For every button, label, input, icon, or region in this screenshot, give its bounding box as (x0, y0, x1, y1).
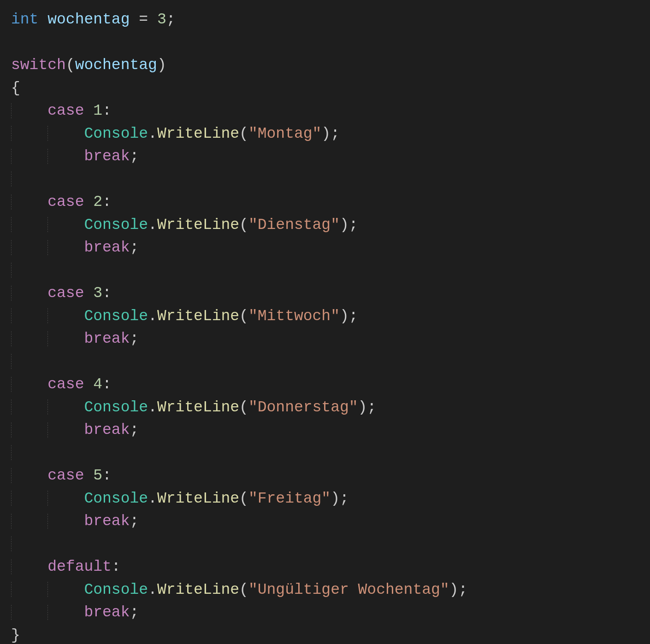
code-line: break; (11, 236, 639, 259)
indent-guide (47, 422, 48, 438)
indent-guide (47, 308, 48, 323)
keyword-switch: switch (11, 57, 66, 74)
indent-guide (47, 126, 48, 141)
method-writeline: WriteLine (157, 490, 239, 507)
number-literal: 5 (93, 467, 102, 484)
class-console: Console (84, 490, 148, 507)
number-literal: 1 (93, 102, 102, 119)
keyword-case: case (47, 102, 84, 119)
indent-guide (11, 536, 12, 551)
string-literal: "Freitag" (248, 490, 331, 507)
indent-guide (11, 103, 12, 118)
class-console: Console (84, 217, 148, 234)
method-writeline: WriteLine (157, 399, 239, 416)
keyword-default: default (47, 558, 112, 575)
code-line: Console.WriteLine("Ungültiger Wochentag"… (11, 579, 639, 602)
indent-guide (47, 582, 48, 597)
code-line: case 4: (11, 373, 639, 396)
code-line: case 2: (11, 191, 639, 214)
indent-guide (11, 422, 12, 438)
indent-guide (11, 491, 12, 506)
number-literal: 3 (93, 285, 102, 302)
indent-guide (11, 605, 12, 620)
keyword-break: break (84, 239, 130, 256)
keyword-int: int (11, 11, 38, 28)
identifier-wochentag: wochentag (47, 11, 130, 28)
keyword-break: break (84, 604, 130, 621)
indent-guide (47, 514, 48, 529)
code-line: break; (11, 328, 639, 351)
string-literal: "Montag" (248, 125, 321, 142)
code-line: case 1: (11, 100, 639, 123)
number-literal: 3 (157, 11, 166, 28)
code-line: } (11, 624, 639, 644)
string-literal: "Mittwoch" (248, 308, 340, 325)
indent-guide (11, 217, 12, 232)
indent-guide (11, 286, 12, 301)
keyword-break: break (84, 148, 130, 165)
indent-guide (11, 240, 12, 255)
indent-guide (11, 399, 12, 415)
class-console: Console (84, 581, 148, 598)
code-line (11, 533, 639, 556)
indent-guide (11, 331, 12, 346)
string-literal: "Ungültiger Wochentag" (248, 581, 449, 598)
code-line: Console.WriteLine("Freitag"); (11, 487, 639, 510)
indent-guide (47, 149, 48, 164)
code-line (11, 31, 639, 54)
indent-guide (11, 354, 12, 369)
code-line: Console.WriteLine("Donnerstag"); (11, 396, 639, 419)
indent-guide (11, 514, 12, 529)
indent-guide (11, 445, 12, 460)
indent-guide (47, 605, 48, 620)
keyword-break: break (84, 330, 130, 347)
code-line: { (11, 77, 639, 100)
code-line (11, 259, 639, 282)
code-editor[interactable]: int wochentag = 3;switch(wochentag){ cas… (0, 0, 650, 644)
indent-guide (11, 582, 12, 597)
code-line: case 3: (11, 282, 639, 305)
keyword-break: break (84, 513, 130, 530)
indent-guide (11, 377, 12, 392)
code-line: Console.WriteLine("Dienstag"); (11, 214, 639, 237)
indent-guide (11, 126, 12, 141)
code-line (11, 168, 639, 191)
code-line: break; (11, 601, 639, 624)
string-literal: "Dienstag" (248, 217, 340, 234)
class-console: Console (84, 125, 148, 142)
code-line: case 5: (11, 464, 639, 487)
indent-guide (47, 399, 48, 415)
indent-guide (47, 240, 48, 255)
indent-guide (47, 491, 48, 506)
code-line: default: (11, 556, 639, 579)
code-line (11, 442, 639, 465)
class-console: Console (84, 308, 148, 325)
indent-guide (47, 217, 48, 232)
code-line: switch(wochentag) (11, 54, 639, 77)
number-literal: 4 (93, 376, 102, 393)
keyword-case: case (47, 467, 84, 484)
keyword-break: break (84, 422, 130, 439)
keyword-case: case (47, 376, 84, 393)
indent-guide (11, 171, 12, 187)
code-line: Console.WriteLine("Mittwoch"); (11, 305, 639, 328)
keyword-case: case (47, 285, 84, 302)
code-line (11, 351, 639, 374)
indent-guide (11, 194, 12, 210)
code-line: break; (11, 510, 639, 533)
code-line: int wochentag = 3; (11, 8, 639, 31)
code-line: break; (11, 145, 639, 168)
method-writeline: WriteLine (157, 581, 239, 598)
method-writeline: WriteLine (157, 125, 239, 142)
code-line: break; (11, 419, 639, 442)
indent-guide (11, 308, 12, 323)
class-console: Console (84, 399, 148, 416)
indent-guide (11, 468, 12, 483)
method-writeline: WriteLine (157, 308, 239, 325)
indent-guide (11, 149, 12, 164)
method-writeline: WriteLine (157, 217, 239, 234)
string-literal: "Donnerstag" (248, 399, 358, 416)
indent-guide (47, 331, 48, 346)
indent-guide (11, 559, 12, 574)
code-line: Console.WriteLine("Montag"); (11, 123, 639, 146)
